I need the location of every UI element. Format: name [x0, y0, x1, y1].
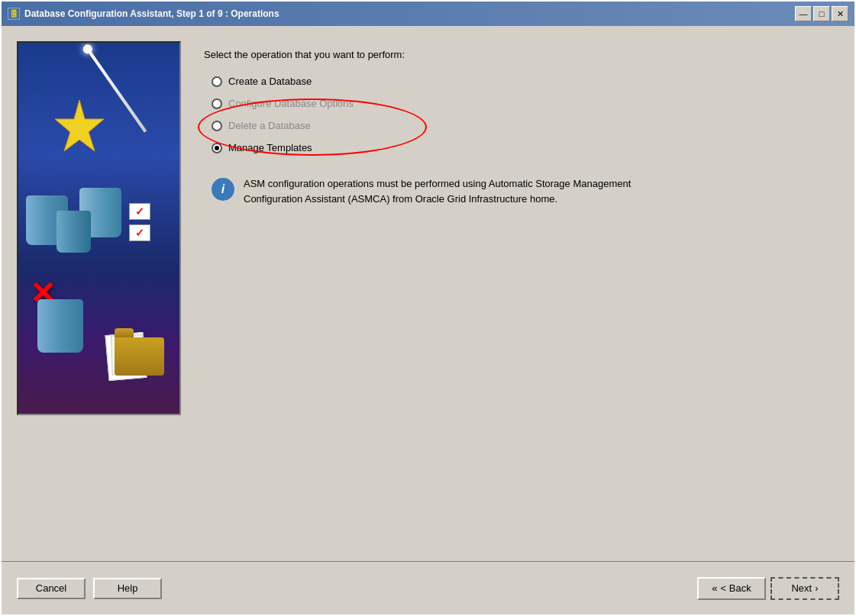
svg-marker-0 — [55, 100, 104, 151]
back-button[interactable]: « < Back — [697, 577, 766, 600]
main-window: 🗄 Database Configuration Assistant, Step… — [0, 0, 856, 616]
check-item-2: ✓ — [129, 224, 150, 241]
radio-label-manage: Manage Templates — [228, 142, 312, 153]
radio-create[interactable]: Create a Database — [212, 76, 816, 87]
folder-back — [115, 337, 164, 376]
radio-manage[interactable]: Manage Templates — [212, 142, 816, 153]
radio-label-configure: Configure Database Options — [228, 98, 354, 109]
minimize-button[interactable]: — — [795, 6, 812, 21]
maximize-button[interactable]: □ — [813, 6, 830, 21]
radio-label-create: Create a Database — [228, 76, 312, 87]
decorative-graphic: ✓ ✓ ✕ — [18, 43, 179, 414]
radio-input-configure[interactable] — [212, 98, 222, 109]
footer-left-buttons: Cancel Help — [17, 578, 162, 599]
info-icon: i — [212, 178, 234, 201]
info-box: i ASM configuration operations must be p… — [212, 176, 816, 206]
window-controls: — □ ✕ — [795, 6, 848, 21]
footer: Cancel Help « < Back Next › — [2, 561, 854, 614]
left-panel: ✓ ✓ ✕ — [17, 41, 181, 415]
folder-graphic — [115, 337, 164, 376]
close-button[interactable]: ✕ — [832, 6, 848, 21]
info-text: ASM configuration operations must be per… — [244, 176, 686, 206]
window-title: Database Configuration Assistant, Step 1… — [24, 8, 795, 19]
question-label: Select the operation that you want to pe… — [204, 49, 816, 60]
checkbox-icons: ✓ ✓ — [129, 203, 150, 241]
cancel-button[interactable]: Cancel — [17, 578, 86, 599]
next-label: Next — [791, 582, 812, 594]
content-area: ✓ ✓ ✕ Select the operation that y — [2, 26, 854, 561]
back-arrow-icon: « — [712, 582, 717, 594]
radio-input-delete[interactable] — [212, 121, 222, 131]
next-button[interactable]: Next › — [770, 577, 839, 600]
help-button[interactable]: Help — [93, 578, 162, 599]
check-item-1: ✓ — [129, 203, 150, 220]
radio-label-delete: Delete a Database — [228, 120, 311, 131]
title-bar: 🗄 Database Configuration Assistant, Step… — [2, 2, 854, 26]
drum-bottom — [37, 299, 83, 353]
right-panel: Select the operation that you want to pe… — [181, 41, 839, 546]
back-label: < Back — [721, 582, 751, 594]
footer-right-buttons: « < Back Next › — [697, 577, 839, 600]
main-body: ✓ ✓ ✕ Select the operation that y — [17, 41, 839, 546]
radio-group: Create a Database Configure Database Opt… — [212, 76, 816, 153]
radio-delete[interactable]: Delete a Database — [212, 120, 816, 131]
starburst-graphic — [49, 96, 110, 157]
drum-small — [57, 211, 91, 253]
next-arrow-icon: › — [815, 582, 818, 594]
app-icon: 🗄 — [8, 8, 20, 20]
radio-input-create[interactable] — [212, 76, 222, 87]
radio-configure[interactable]: Configure Database Options — [212, 98, 816, 109]
radio-input-manage[interactable] — [212, 143, 222, 153]
